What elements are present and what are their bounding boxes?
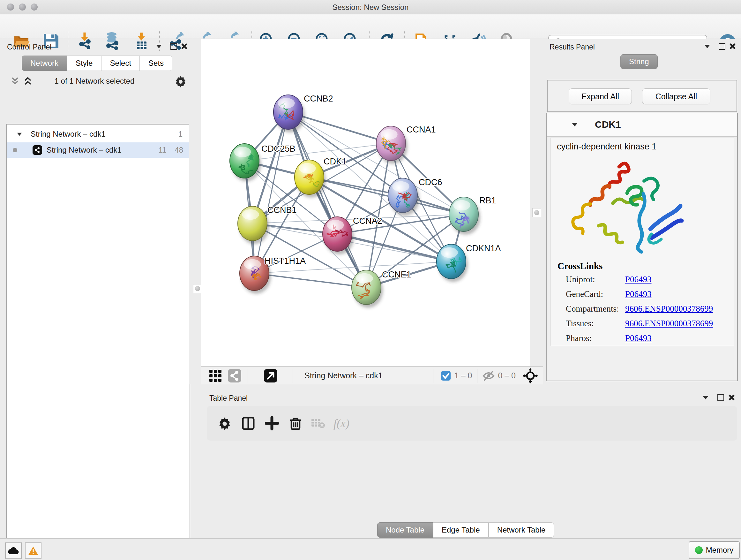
add-column-button[interactable] — [264, 415, 280, 432]
network-view-type-button[interactable] — [227, 368, 242, 383]
tab-network-table[interactable]: Network Table — [488, 522, 554, 538]
crosslink-value-link[interactable]: P06493 — [625, 289, 652, 299]
show-columns-button[interactable] — [240, 415, 257, 432]
tab-edge-table[interactable]: Edge Table — [433, 522, 488, 538]
left-splitter[interactable] — [189, 39, 201, 384]
control-panel-menu-button[interactable] — [156, 45, 162, 48]
network-status-dot — [13, 148, 17, 152]
node-CCNA1[interactable] — [376, 126, 408, 164]
table-tabs: Node TableEdge TableNetwork Table — [377, 522, 554, 538]
gene-detail-box: cyclin-dependent kinase 1 CrossLin — [550, 138, 734, 346]
protein-structure-image — [568, 155, 689, 264]
node-label-CCNA2: CCNA2 — [353, 216, 382, 226]
network-panel-gear-button[interactable] — [174, 75, 187, 87]
results-panel-title: Results Panel — [549, 43, 595, 51]
tab-node-table[interactable]: Node Table — [377, 522, 433, 538]
function-builder-button-disabled: f(x) — [333, 415, 350, 432]
collapse-all-results-button[interactable]: Collapse All — [642, 88, 711, 105]
tab-style[interactable]: Style — [67, 56, 101, 71]
node-CDC6[interactable] — [388, 178, 419, 216]
network-collection-row[interactable]: String Network – cdk1 1 — [7, 126, 190, 142]
network-label: String Network – cdk1 — [47, 145, 122, 154]
edge-HIST1H1A-CCNE1[interactable] — [254, 273, 366, 287]
node-CDC25B[interactable] — [230, 144, 261, 181]
memory-status-dot — [695, 546, 703, 554]
string-network-icon — [32, 145, 42, 155]
status-bar: Memory — [0, 538, 741, 560]
selected-checkbox[interactable] — [441, 370, 451, 381]
table-toolbar: f(x) — [207, 406, 737, 441]
warnings-button[interactable] — [25, 543, 42, 559]
results-panel-menu-button[interactable] — [704, 45, 710, 48]
node-count: 11 — [158, 145, 166, 154]
network-canvas[interactable]: CCNB2CCNA1CDC25BCDK1CDC6RB1CCNB1CCNA2CDK… — [201, 39, 530, 366]
pan-crosshair-button[interactable] — [523, 368, 538, 383]
string-network-graph[interactable]: CCNB2CCNA1CDC25BCDK1CDC6RB1CCNB1CCNA2CDK… — [201, 39, 530, 366]
table-panel-close-button[interactable] — [728, 394, 735, 401]
right-splitter[interactable] — [530, 39, 544, 366]
hidden-count: 0 – 0 — [498, 371, 516, 380]
hidden-eye-icon[interactable] — [482, 370, 495, 381]
cloud-status-button[interactable] — [5, 543, 22, 559]
node-CCNB2[interactable] — [273, 95, 305, 132]
tab-select[interactable]: Select — [101, 56, 140, 71]
crosslink-label: Uniprot: — [566, 274, 625, 285]
crosslinks-title: CrossLinks — [557, 261, 603, 271]
table-panel-menu-button[interactable] — [703, 396, 709, 399]
tab-string[interactable]: String — [620, 54, 658, 69]
results-panel-float-button[interactable] — [719, 43, 725, 50]
crosslink-row: Pharos:P06493 — [566, 333, 725, 348]
node-CDK1[interactable] — [294, 160, 326, 198]
network-row-selected[interactable]: String Network – cdk1 11 48 — [7, 142, 190, 158]
control-panel-close-button[interactable] — [181, 43, 187, 50]
footer-separator — [433, 369, 433, 383]
crosslink-label: Tissues: — [566, 319, 625, 328]
table-panel: Table Panel f(x) shared namenamecanonica… — [201, 384, 741, 538]
edge-CCNB2-HIST1H1A[interactable] — [254, 112, 288, 273]
crosslink-row: Compartments:9606.ENSP00000378699 — [566, 304, 725, 319]
edge-count: 48 — [175, 145, 183, 154]
memory-button[interactable]: Memory — [689, 541, 740, 559]
table-panel-float-button[interactable] — [718, 394, 724, 401]
crosslink-label: Pharos: — [566, 333, 625, 343]
node-CDKN1A[interactable] — [436, 244, 468, 282]
gene-section-header[interactable]: CDK1 — [547, 113, 737, 137]
node-label-CDKN1A: CDKN1A — [466, 244, 501, 253]
node-CCNE1[interactable] — [352, 270, 383, 308]
tab-sets[interactable]: Sets — [140, 56, 172, 71]
crosslink-label: GeneCard: — [566, 289, 625, 299]
footer-separator — [293, 369, 293, 383]
control-panel-float-button[interactable] — [171, 43, 177, 50]
crosslink-value-link[interactable]: P06493 — [625, 274, 652, 285]
birdseye-toggle-button[interactable] — [263, 368, 278, 383]
table-panel-title: Table Panel — [209, 394, 248, 402]
expand-all-results-button[interactable]: Expand All — [569, 88, 632, 105]
gene-symbol: CDK1 — [595, 119, 621, 130]
grid-view-button[interactable] — [208, 368, 223, 383]
control-panel: Control Panel NetworkStyleSelectSets 1 o… — [0, 39, 189, 538]
results-panel-close-button[interactable] — [729, 43, 736, 50]
table-settings-button[interactable] — [216, 415, 233, 432]
memory-label: Memory — [706, 546, 734, 555]
control-panel-title: Control Panel — [7, 43, 51, 51]
results-buttons-box: Expand All Collapse All — [547, 80, 737, 112]
crosslink-value-link[interactable]: 9606.ENSP00000378699 — [625, 319, 713, 328]
gene-description: cyclin-dependent kinase 1 — [557, 142, 657, 152]
crosslink-value-link[interactable]: P06493 — [625, 333, 652, 343]
crosslink-value-link[interactable]: 9606.ENSP00000378699 — [625, 304, 713, 314]
node-CCNB1[interactable] — [238, 206, 269, 244]
right-splitter-handle[interactable] — [532, 208, 541, 217]
title-bar: Session: New Session — [0, 0, 741, 14]
tab-network[interactable]: Network — [22, 56, 67, 71]
node-label-CDC6: CDC6 — [419, 178, 442, 187]
crosslink-row: Uniprot:P06493 — [566, 274, 725, 289]
node-CCNA2[interactable] — [323, 217, 354, 254]
section-collapse-icon[interactable] — [572, 123, 578, 126]
network-selection-status: 1 of 1 Network selected — [0, 77, 189, 85]
footer-separator — [477, 369, 477, 383]
left-splitter-handle[interactable] — [193, 284, 202, 293]
node-RB1[interactable] — [449, 197, 480, 235]
tree-expander-icon[interactable] — [17, 132, 22, 135]
node-label-CCNE1: CCNE1 — [382, 270, 411, 279]
delete-column-button[interactable] — [287, 415, 304, 432]
